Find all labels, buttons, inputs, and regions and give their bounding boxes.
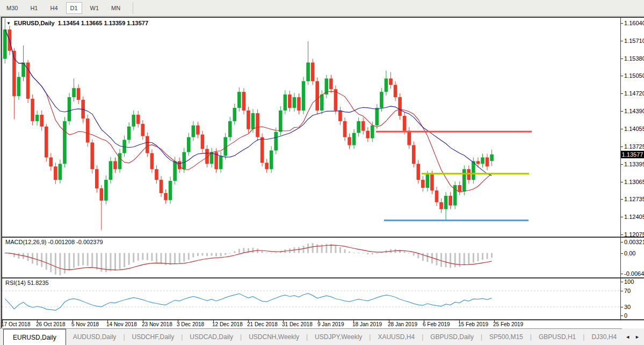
candle-body bbox=[201, 135, 205, 149]
current-price-tag: 1.13577 bbox=[621, 151, 644, 158]
tab-eurusd-daily[interactable]: EURUSD,Daily bbox=[3, 329, 66, 345]
candle-body bbox=[320, 94, 324, 111]
timeframe-button-mn[interactable]: MN bbox=[107, 2, 125, 14]
price-axis-label: 1.12405 bbox=[624, 214, 644, 220]
candle-body bbox=[31, 99, 34, 121]
candle-body bbox=[490, 155, 494, 161]
scroll-right-icon[interactable]: ► bbox=[635, 334, 640, 340]
tab-dj30-h4[interactable]: DJ30,H4 bbox=[584, 329, 624, 345]
macd-histogram-bar bbox=[174, 253, 176, 264]
macd-histogram-bar bbox=[491, 253, 493, 258]
candle-body bbox=[481, 157, 484, 164]
macd-histogram-bar bbox=[91, 253, 93, 268]
candle-body bbox=[173, 161, 177, 181]
macd-histogram-bar bbox=[225, 253, 226, 255]
candle-body bbox=[127, 127, 131, 140]
candle-body bbox=[49, 157, 53, 166]
macd-histogram-bar bbox=[344, 249, 346, 253]
price-axis-label: 1.13065 bbox=[624, 179, 644, 185]
macd-histogram-bar bbox=[349, 252, 350, 253]
timeframe-button-h4[interactable]: H4 bbox=[46, 2, 62, 14]
candle-body bbox=[132, 115, 135, 127]
date-axis-label: 15 Feb 2019 bbox=[458, 321, 488, 327]
macd-histogram-bar bbox=[477, 253, 479, 261]
macd-histogram-bar bbox=[298, 247, 300, 253]
macd-histogram-bar bbox=[262, 251, 263, 253]
date-axis-label: 5 Nov 2018 bbox=[71, 321, 99, 327]
macd-axis-label: -0.006485 bbox=[624, 270, 644, 277]
tab-sp500-m15[interactable]: SP500,M15 bbox=[482, 329, 530, 345]
macd-histogram-bar bbox=[215, 253, 217, 256]
macd-histogram-bar bbox=[220, 253, 222, 256]
tab-usdjpy-weekly[interactable]: USDJPY,Weekly bbox=[308, 329, 369, 345]
macd-histogram-bar bbox=[243, 248, 244, 253]
candle-body bbox=[251, 113, 255, 129]
candle-body bbox=[95, 169, 99, 188]
macd-histogram-bar bbox=[445, 253, 447, 268]
candle-body bbox=[233, 108, 237, 121]
macd-histogram-bar bbox=[188, 253, 190, 260]
rsi-indicator-panel[interactable] bbox=[2, 278, 620, 319]
price-tick bbox=[620, 129, 623, 129]
macd-histogram-bar bbox=[307, 244, 309, 253]
candle-body bbox=[59, 164, 62, 180]
rsi-tick bbox=[620, 291, 623, 291]
date-axis-label: 14 Nov 2018 bbox=[106, 321, 137, 327]
rsi-axis-label: 0 bbox=[624, 312, 627, 319]
timeframe-button-w1[interactable]: W1 bbox=[86, 2, 104, 14]
tab-gbpusd-daily[interactable]: GBPUSD,Daily bbox=[423, 329, 481, 345]
candle-body bbox=[256, 113, 259, 137]
candle-body bbox=[196, 126, 200, 135]
candle-body bbox=[407, 131, 411, 145]
tab-gbpusd-h1[interactable]: GBPUSD,H1 bbox=[532, 329, 583, 345]
candle-body bbox=[150, 153, 154, 169]
macd-histogram-bar bbox=[431, 253, 433, 264]
candle-body bbox=[242, 92, 246, 111]
candle-body bbox=[375, 108, 379, 126]
rsi-tick bbox=[620, 282, 623, 282]
candle-body bbox=[40, 115, 44, 127]
candle-body bbox=[486, 157, 489, 166]
candle-body bbox=[444, 196, 448, 209]
price-tick bbox=[620, 146, 623, 147]
price-tick bbox=[620, 93, 623, 94]
price-tick bbox=[620, 41, 623, 41]
candle-body bbox=[476, 161, 480, 164]
macd-histogram-bar bbox=[73, 253, 75, 268]
candle-body bbox=[45, 127, 48, 158]
macd-histogram-bar bbox=[238, 249, 240, 253]
candle-body bbox=[90, 143, 94, 170]
candle-body bbox=[104, 180, 108, 201]
timeframe-button-d1[interactable]: D1 bbox=[66, 2, 82, 14]
candle-body bbox=[136, 115, 140, 124]
candle-body bbox=[169, 181, 172, 200]
scroll-left-icon[interactable]: ◄ bbox=[625, 334, 630, 340]
window-frame-top bbox=[1, 17, 644, 18]
macd-histogram-bar bbox=[234, 251, 235, 253]
price-axis-label: 1.13725 bbox=[624, 143, 644, 150]
macd-histogram-bar bbox=[404, 251, 406, 253]
candle-body bbox=[302, 81, 306, 111]
candle-body bbox=[380, 92, 383, 108]
tab-usdchf-daily[interactable]: USDCHF,Daily bbox=[125, 329, 182, 345]
ma-slow-line bbox=[5, 30, 491, 176]
tab-audusd-daily[interactable]: AUDUSD,Daily bbox=[66, 329, 124, 345]
chart-symbol-label: EURUSD,Daily bbox=[14, 20, 55, 26]
candle-body bbox=[394, 85, 397, 97]
tab-usdcnh-weekly[interactable]: USDCNH,Weekly bbox=[242, 329, 306, 345]
symbol-dropdown-icon[interactable]: ▼ bbox=[6, 21, 11, 26]
macd-histogram-bar bbox=[96, 253, 98, 270]
candle-body bbox=[315, 81, 319, 111]
candle-body bbox=[421, 180, 425, 188]
timeframe-toolbar: M30H1H4D1W1MN bbox=[0, 0, 644, 16]
price-axis-label: 1.14055 bbox=[624, 126, 644, 132]
main-price-chart[interactable] bbox=[2, 18, 620, 237]
macd-histogram-bar bbox=[161, 253, 162, 264]
timeframe-button-m30[interactable]: M30 bbox=[2, 2, 22, 14]
tab-usdcad-daily[interactable]: USDCAD,Daily bbox=[183, 329, 240, 345]
candle-body bbox=[311, 63, 315, 82]
macd-tick bbox=[620, 253, 623, 254]
timeframe-button-h1[interactable]: H1 bbox=[26, 2, 42, 14]
tab-xauusd-h4[interactable]: XAUUSD,H4 bbox=[371, 329, 422, 345]
candle-body bbox=[430, 174, 434, 190]
